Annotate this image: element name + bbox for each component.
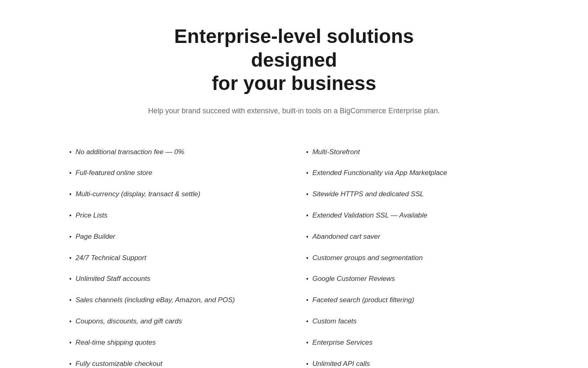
list-item: •No additional transaction fee — 0%	[69, 141, 282, 163]
list-item: •Faceted search (product filtering)	[306, 289, 519, 311]
list-item: •Real-time shipping quotes	[69, 332, 282, 353]
list-item: •Google Customer Reviews	[306, 268, 519, 289]
list-item: •Enterprise Services	[306, 332, 519, 353]
list-item: •Multi-currency (display, transact & set…	[69, 184, 282, 205]
list-item: •Coupons, discounts, and gift cards	[69, 311, 282, 332]
list-item: •Unlimited API calls	[306, 353, 519, 368]
bullet-icon: •	[69, 191, 71, 197]
list-item: •24/7 Technical Support	[69, 247, 282, 269]
features-container: •No additional transaction fee — 0%•Full…	[69, 141, 519, 368]
bullet-icon: •	[306, 191, 308, 197]
bullet-icon: •	[69, 361, 71, 367]
bullet-icon: •	[69, 212, 71, 219]
list-item: •Extended Functionality via App Marketpl…	[306, 162, 519, 184]
bullet-icon: •	[306, 233, 308, 240]
bullet-icon: •	[69, 339, 71, 346]
list-item: •Sales channels (including eBay, Amazon,…	[69, 289, 282, 311]
list-item: •Fully customizable checkout	[69, 353, 282, 368]
page-subtitle: Help your brand succeed with extensive, …	[131, 105, 457, 117]
bullet-icon: •	[306, 318, 308, 325]
bullet-icon: •	[306, 339, 308, 346]
list-item: •Extended Validation SSL — Available	[306, 205, 519, 226]
list-item: •Price Lists	[69, 205, 282, 226]
list-item: •Multi-Storefront	[306, 141, 519, 163]
left-column: •No additional transaction fee — 0%•Full…	[69, 141, 282, 368]
bullet-icon: •	[69, 170, 71, 176]
bullet-icon: •	[69, 255, 71, 261]
bullet-icon: •	[306, 212, 308, 219]
bullet-icon: •	[306, 297, 308, 303]
bullet-icon: •	[306, 170, 308, 176]
list-item: •Page Builder	[69, 226, 282, 247]
list-item: •Custom facets	[306, 311, 519, 332]
list-item: •Sitewide HTTPS and dedicated SSL	[306, 184, 519, 205]
bullet-icon: •	[306, 149, 308, 155]
bullet-icon: •	[69, 276, 71, 282]
bullet-icon: •	[69, 233, 71, 240]
bullet-icon: •	[306, 276, 308, 282]
page-header: Enterprise-level solutions designed for …	[131, 25, 457, 117]
bullet-icon: •	[69, 149, 71, 155]
bullet-icon: •	[69, 297, 71, 303]
bullet-icon: •	[69, 318, 71, 325]
list-item: •Full-featured online store	[69, 162, 282, 184]
list-item: •Abandoned cart saver	[306, 226, 519, 247]
bullet-icon: •	[306, 255, 308, 261]
list-item: •Customer groups and segmentation	[306, 247, 519, 269]
bullet-icon: •	[306, 361, 308, 367]
list-item: •Unlimited Staff accounts	[69, 268, 282, 289]
page-title: Enterprise-level solutions designed for …	[131, 25, 457, 95]
right-column: •Multi-Storefront•Extended Functionality…	[306, 141, 519, 368]
